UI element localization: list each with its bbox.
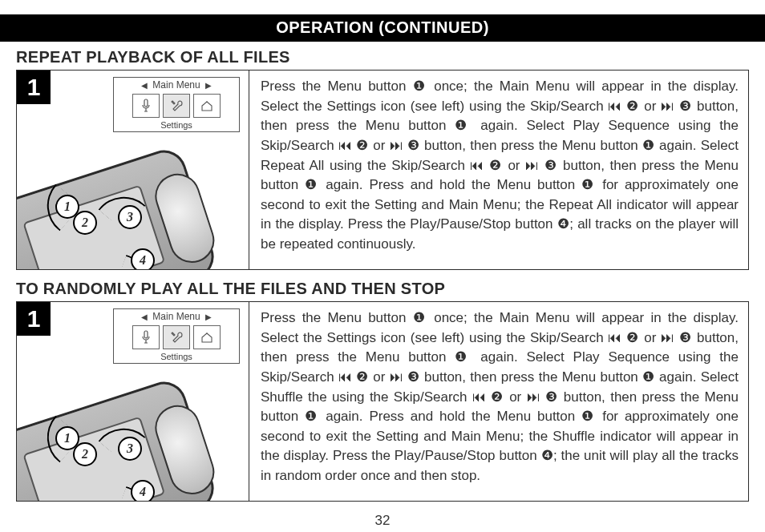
step-illustration-2: 1 ◀ Main Menu ▶ (17, 302, 249, 501)
section-title-repeat: REPEAT PLAYBACK OF ALL FILES (16, 48, 749, 66)
step-instructions-2: Press the Menu button ❶ once; the Main M… (249, 302, 748, 501)
page-number: 32 (0, 513, 765, 529)
main-menu-title: ◀ Main Menu ▶ (117, 79, 236, 92)
step-box-2: 1 ◀ Main Menu ▶ (16, 301, 749, 502)
main-menu-title: ◀ Main Menu ▶ (117, 311, 236, 324)
microphone-icon (132, 325, 160, 349)
menu-icon-row (117, 94, 236, 118)
callout-2: 2 (73, 442, 97, 466)
step-illustration-1: 1 ◀ Main Menu ▶ (17, 71, 249, 269)
main-menu-label: Main Menu (152, 79, 200, 91)
callout-4: 4 (131, 248, 155, 269)
callout-4: 4 (131, 480, 155, 501)
settings-tools-icon (163, 325, 190, 349)
main-menu-label: Main Menu (152, 311, 200, 322)
callout-3: 3 (118, 437, 142, 461)
menu-sublabel: Settings (117, 351, 236, 361)
svg-rect-1 (144, 331, 148, 338)
main-menu-panel: ◀ Main Menu ▶ Settings (113, 77, 240, 132)
callout-3: 3 (118, 205, 142, 229)
triangle-left-icon: ◀ (141, 312, 148, 321)
triangle-right-icon: ▶ (205, 81, 212, 90)
microphone-icon (132, 94, 160, 118)
step-box-1: 1 ◀ Main Menu ▶ (16, 70, 749, 270)
menu-sublabel: Settings (117, 119, 236, 130)
triangle-right-icon: ▶ (205, 312, 212, 321)
menu-icon-row (117, 325, 236, 349)
step-instructions-1: Press the Menu button ❶ once; the Main M… (249, 71, 748, 269)
section-title-random: TO RANDOMLY PLAY ALL THE FILES AND THEN … (16, 280, 749, 298)
page-header: OPERATION (CONTINUED) (0, 14, 765, 42)
step-number-badge: 1 (17, 71, 51, 104)
triangle-left-icon: ◀ (141, 81, 148, 90)
house-icon (193, 325, 221, 349)
step-number-badge: 1 (17, 302, 51, 336)
svg-rect-0 (144, 99, 148, 107)
callout-2: 2 (73, 211, 97, 235)
manual-page: OPERATION (CONTINUED) REPEAT PLAYBACK OF… (0, 0, 765, 532)
main-menu-panel: ◀ Main Menu ▶ Settings (113, 308, 240, 364)
settings-tools-icon (163, 94, 190, 118)
house-icon (193, 94, 221, 118)
